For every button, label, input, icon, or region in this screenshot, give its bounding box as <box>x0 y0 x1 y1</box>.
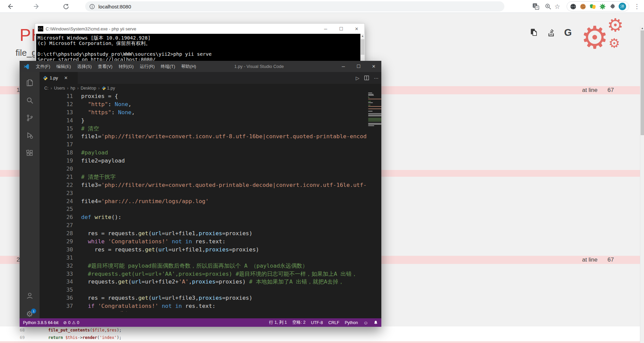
at-line-label: at line <box>582 256 597 263</box>
status-item[interactable]: 空格: 2 <box>292 320 306 325</box>
breadcrumb-item[interactable]: 1.py <box>107 86 115 91</box>
code-editor[interactable]: 11proxies = {12 "http": None,13 "https":… <box>40 92 381 312</box>
close-button[interactable]: ✕ <box>349 24 364 34</box>
code-line[interactable]: 32 #题目环境可能 payload前面偶数后奇数，所以后面再加以个 A （pa… <box>40 262 381 270</box>
menu-item[interactable]: 转到(G) <box>116 61 137 72</box>
scroll-up-icon[interactable]: ▲ <box>640 26 644 30</box>
search-icon[interactable] <box>20 93 40 108</box>
extensions-icon[interactable] <box>20 146 40 161</box>
run-debug-icon[interactable] <box>20 128 40 143</box>
more-actions-icon[interactable]: ⋯ <box>374 75 379 81</box>
status-item[interactable]: 行 1, 列 1 <box>269 320 287 325</box>
run-file-icon[interactable]: ▷ <box>356 75 359 81</box>
explorer-icon[interactable] <box>20 75 40 90</box>
notifications-bell-icon[interactable] <box>374 320 378 325</box>
code-line[interactable]: 15# 清空 <box>40 125 381 133</box>
code-line[interactable]: 27 <box>40 221 381 229</box>
status-item[interactable]: Python <box>345 320 358 325</box>
page-scrollbar[interactable]: ▲ ▼ <box>640 26 644 343</box>
breadcrumb-item[interactable]: C: <box>44 86 49 91</box>
code-line[interactable]: 14} <box>40 117 381 125</box>
code-line[interactable]: 29 while 'Congratulations!' not in res.t… <box>40 238 381 246</box>
minimize-button[interactable]: ─ <box>318 24 333 34</box>
translate-icon[interactable]: 文A <box>532 3 539 10</box>
breadcrumb-item[interactable]: Desktop <box>81 86 96 91</box>
cmd-titlebar[interactable]: C:\ C:\Windows\System32\cmd.exe - php yi… <box>35 23 365 34</box>
code-line[interactable]: 19file2=payload <box>40 157 381 165</box>
token: =url+file1, <box>168 246 205 253</box>
account-icon[interactable] <box>20 288 40 303</box>
code-line[interactable]: 38 print('重来！！') <box>40 310 381 312</box>
profile-avatar[interactable]: 洋 <box>619 3 626 10</box>
token <box>29 335 48 340</box>
split-editor-icon[interactable] <box>364 75 369 80</box>
maximize-button[interactable]: ☐ <box>333 24 349 34</box>
menu-item[interactable]: 选择(S) <box>74 61 95 72</box>
code-line[interactable]: 24file4='phar://../runtime/logs/app.log' <box>40 197 381 205</box>
status-item[interactable]: CRLF <box>328 320 339 325</box>
url-bar[interactable]: localhost:8080 <box>85 1 504 11</box>
feedback-smiley-icon[interactable]: ☺ <box>363 320 368 325</box>
code-line[interactable]: 12 "http": None, <box>40 100 381 108</box>
tab-close-icon[interactable]: ✕ <box>64 75 68 80</box>
browser-menu-icon[interactable]: ⋮ <box>632 3 642 10</box>
breadcrumb-item[interactable]: Users <box>54 86 65 91</box>
stackoverflow-icon[interactable] <box>546 27 556 38</box>
menu-item[interactable]: 帮助(H) <box>178 61 199 72</box>
code-line[interactable]: 25 <box>40 205 381 213</box>
code-line[interactable]: 17 <box>40 141 381 149</box>
virus-extension-icon[interactable] <box>599 3 606 10</box>
menu-item[interactable]: 终端(T) <box>158 61 178 72</box>
back-button[interactable] <box>6 2 14 10</box>
menu-item[interactable]: 查看(V) <box>95 61 115 72</box>
code-line[interactable]: 22file3='php://filter/write=convert.quot… <box>40 181 381 189</box>
code-line[interactable]: 26def write(): <box>40 213 381 221</box>
minimize-button[interactable]: ─ <box>336 61 351 72</box>
code-line[interactable]: 33 #requests.get(url=url+'AA',proxies=pr… <box>40 270 381 278</box>
breadcrumb-item[interactable]: hp <box>71 86 75 91</box>
scrollbar-thumb[interactable] <box>361 39 364 55</box>
menu-item[interactable]: 文件(F) <box>33 61 53 72</box>
minimap[interactable] <box>368 93 381 130</box>
reload-button[interactable] <box>62 2 70 10</box>
code-line[interactable]: 31 <box>40 254 381 262</box>
code-line[interactable]: 23 <box>40 189 381 197</box>
darkmode-extension-icon[interactable] <box>570 3 576 10</box>
close-button[interactable]: ✕ <box>366 61 381 72</box>
code-line[interactable]: 34 requests.get(url=url+file2+'A',proxie… <box>40 278 381 286</box>
code-line[interactable]: 30 res = requests.get(url=url+file1,prox… <box>40 246 381 254</box>
scroll-up-icon[interactable]: ▲ <box>360 34 365 39</box>
token: =url+file2+ <box>142 278 178 285</box>
code-line[interactable]: 16file1='php://filter/write=convert.icon… <box>40 132 381 141</box>
scrollbar-thumb[interactable] <box>641 30 644 135</box>
code-line[interactable]: 20 <box>40 165 381 173</box>
menu-item[interactable]: 编辑(E) <box>53 61 74 72</box>
vscode-titlebar[interactable]: 文件(F)编辑(E)选择(S)查看(V)转到(G)运行(R)终端(T)帮助(H)… <box>20 61 381 72</box>
code-line[interactable]: 28 res = requests.get(url=url+file1,prox… <box>40 229 381 238</box>
bookmark-star-icon[interactable]: ☆ <box>554 3 560 10</box>
code-line[interactable]: 18#payload <box>40 149 381 157</box>
puzzle-extension-icon[interactable] <box>609 3 616 10</box>
zoom-icon[interactable] <box>545 3 551 10</box>
token: =proxies) <box>215 278 249 285</box>
python-version-status[interactable]: Python 3.8.5 64-bit <box>23 320 58 325</box>
google-search-icon[interactable]: G <box>563 27 573 38</box>
source-control-icon[interactable] <box>20 111 40 125</box>
code-line[interactable]: 36 res = requests.get(url=url+file3,prox… <box>40 294 381 302</box>
code-line[interactable]: 11proxies = { <box>40 92 381 100</box>
code-line[interactable]: 37 if 'Congratulations!' not in res.text… <box>40 302 381 310</box>
copy-icon[interactable] <box>529 27 539 38</box>
status-item[interactable]: UTF-8 <box>311 320 323 325</box>
forward-button[interactable] <box>32 2 41 10</box>
code-line[interactable]: 35 <box>40 286 381 294</box>
line-number: 30 <box>40 246 73 254</box>
tab-1py[interactable]: 1.py ✕ <box>40 72 78 84</box>
code-line[interactable]: 13 "https": None, <box>40 108 381 117</box>
maximize-button[interactable]: ☐ <box>351 61 366 72</box>
masks-extension-icon[interactable] <box>589 3 596 10</box>
cookie-extension-icon[interactable] <box>579 3 586 10</box>
site-info-icon[interactable] <box>89 4 95 9</box>
code-line[interactable]: 21# 清楚干扰字 <box>40 173 381 181</box>
problems-status[interactable]: ⊘ 0 ⚠ 0 <box>63 320 79 325</box>
menu-item[interactable]: 运行(R) <box>137 61 158 72</box>
